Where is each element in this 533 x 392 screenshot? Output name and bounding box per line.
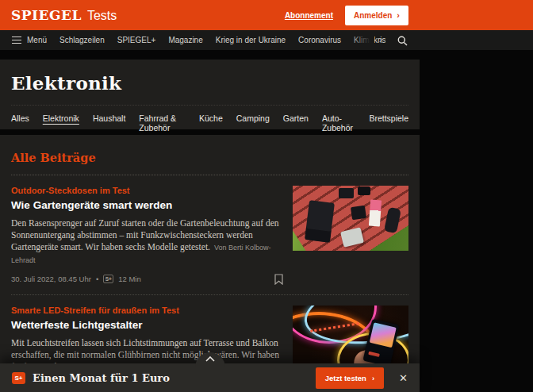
top-header: SPIEGEL Tests Abonnement Anmelden ›	[0, 0, 533, 30]
tab-garten[interactable]: Garten	[283, 113, 309, 133]
article-meta: 30. Juli 2022, 08.45 Uhr • S+ 12 Min	[11, 266, 283, 285]
banner-offer-text: Einen Monat für 1 Euro	[33, 372, 170, 384]
content-column: Elektronik Alles Elektronik Haushalt Fah…	[0, 60, 420, 386]
section-title: Alle Beiträge	[11, 151, 408, 164]
chevron-up-icon	[205, 356, 215, 362]
spiegel-plus-badge: S+	[12, 372, 25, 384]
main-nav: Menü Schlagzeilen SPIEGEL+ Magazine Krie…	[0, 30, 533, 50]
tab-auto-zubehoer[interactable]: Auto-Zubehör	[322, 113, 355, 133]
spiegel-plus-icon: S+	[103, 275, 113, 283]
article-thumbnail-garden-devices[interactable]	[293, 186, 408, 251]
abonnement-link[interactable]: Abonnement	[285, 11, 333, 20]
tab-elektronik[interactable]: Elektronik	[43, 113, 79, 133]
search-icon[interactable]	[397, 35, 408, 49]
cta-label: Jetzt testen	[325, 374, 366, 382]
chevron-right-icon: ›	[372, 374, 374, 382]
tab-kueche[interactable]: Küche	[199, 113, 223, 133]
nav-item-magazine[interactable]: Magazine	[168, 36, 202, 44]
anmelden-button[interactable]: Anmelden ›	[345, 6, 408, 25]
tab-haushalt[interactable]: Haushalt	[93, 113, 125, 133]
divider	[11, 105, 408, 106]
spiegel-tests-logo[interactable]: SPIEGEL Tests	[11, 7, 117, 23]
article-text: Outdoor-Steckdosen im Test Wie Gartenger…	[11, 186, 283, 285]
tab-alles[interactable]: Alles	[11, 113, 29, 133]
nav-item-schlagzeilen[interactable]: Schlagzeilen	[59, 36, 105, 44]
meta-bullet: •	[96, 275, 98, 283]
subscription-banner: S+ Einen Monat für 1 Euro Jetzt testen ›…	[0, 363, 420, 392]
nav-item-spiegel-plus[interactable]: SPIEGEL+	[117, 36, 156, 44]
article-title[interactable]: Wetterfeste Lichtgestalter	[11, 319, 283, 331]
logo-tests: Tests	[87, 9, 117, 23]
chevron-right-icon: ›	[397, 11, 400, 20]
article-date: 30. Juli 2022, 08.45 Uhr	[11, 275, 91, 283]
article-kicker[interactable]: Smarte LED-Streifen für draußen im Test	[11, 306, 283, 315]
bookmark-icon[interactable]	[274, 274, 283, 285]
nav-scroll-right-icon[interactable]: ›	[379, 34, 382, 45]
hamburger-menu-icon[interactable]	[12, 37, 21, 44]
close-icon[interactable]: ✕	[399, 373, 408, 383]
article-row-outdoor-steckdosen: Outdoor-Steckdosen im Test Wie Gartenger…	[11, 175, 408, 294]
read-time: 12 Min	[118, 275, 141, 283]
divider	[11, 294, 408, 295]
page-title: Elektronik	[11, 72, 408, 94]
article-title[interactable]: Wie Gartengeräte smart werden	[11, 199, 283, 211]
tab-brettspiele[interactable]: Brettspiele	[369, 113, 408, 133]
article-teaser: Den Rasensprenger auf Zuruf starten oder…	[11, 217, 283, 266]
nav-scroll-area: Menü Schlagzeilen SPIEGEL+ Magazine Krie…	[27, 36, 385, 44]
anmelden-label: Anmelden	[354, 11, 392, 20]
logo-spiegel: SPIEGEL	[11, 7, 82, 23]
tab-camping[interactable]: Camping	[236, 113, 270, 133]
article-thumbnail-led-strips[interactable]	[293, 306, 408, 371]
article-kicker[interactable]: Outdoor-Steckdosen im Test	[11, 186, 283, 195]
nav-item-menu[interactable]: Menü	[27, 36, 47, 44]
article-list-panel: Alle Beiträge Outdoor-Steckdosen im Test…	[0, 135, 420, 386]
category-header-panel: Elektronik Alles Elektronik Haushalt Fah…	[0, 60, 420, 129]
nav-item-coronavirus[interactable]: Coronavirus	[298, 36, 341, 44]
header-actions: Abonnement Anmelden ›	[285, 0, 408, 30]
spiegel-tests-page: SPIEGEL Tests Abonnement Anmelden › Menü…	[0, 0, 533, 392]
nav-item-ukraine[interactable]: Krieg in der Ukraine	[216, 36, 286, 44]
jetzt-testen-button[interactable]: Jetzt testen ›	[316, 367, 384, 389]
tab-fahrrad-zubehoer[interactable]: Fahrrad & Zubehör	[139, 113, 186, 133]
